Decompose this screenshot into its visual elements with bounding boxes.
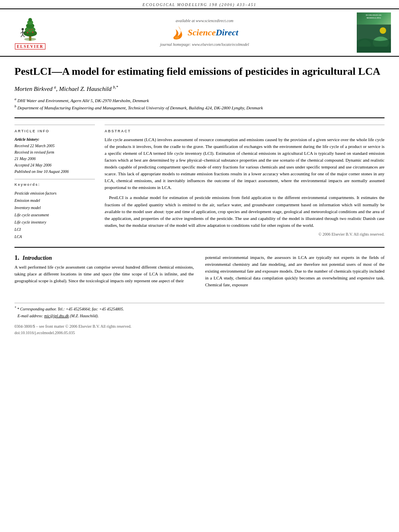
cover-landscape-icon — [357, 25, 391, 53]
doi-line: doi:10.1016/j.ecolmodel.2006.05.035 — [14, 330, 385, 336]
affiliations: a DHI Water and Environment, Agern Allé … — [14, 97, 385, 111]
available-text: available at www.sciencedirect.com — [52, 18, 357, 23]
keyword-2: Emission model — [14, 197, 95, 204]
journal-header: ECOLOGICAL MODELLING 198 (2006) 433–451 — [0, 0, 399, 9]
keyword-6: LCI — [14, 226, 95, 233]
intro-left-col: 1. Introduction A well performed life cy… — [14, 254, 194, 288]
svg-line-12 — [21, 35, 23, 37]
history-label: Article history: — [14, 136, 95, 143]
journal-title: ECOLOGICAL MODELLING 198 (2006) 433–451 — [142, 2, 256, 7]
article-history: Article history: Received 22 March 2005 … — [14, 136, 95, 175]
svg-point-23 — [380, 27, 386, 34]
abstract-paragraph-1: Life cycle assessment (LCA) involves ass… — [105, 136, 385, 191]
svg-line-13 — [23, 35, 25, 37]
affiliation-b: b Department of Manufacturing Engineerin… — [14, 104, 385, 111]
affiliation-a: a DHI Water and Environment, Agern Allé … — [14, 97, 385, 104]
abstract-section: ABSTRACT Life cycle assessment (LCA) inv… — [105, 125, 385, 236]
svg-point-8 — [22, 28, 24, 30]
footnote-star: * * Corresponding author. Tel.: +45 4525… — [14, 306, 385, 312]
intro-right-col: potential environmental impacts, the ass… — [205, 254, 385, 288]
homepage-text: journal homepage: www.elsevier.com/locat… — [52, 42, 357, 47]
received-date: Received 22 March 2005 — [14, 143, 95, 149]
footnotes-area: * * Corresponding author. Tel.: +45 4525… — [14, 303, 385, 319]
svg-point-16 — [29, 29, 30, 31]
abstract-text: Life cycle assessment (LCA) involves ass… — [105, 136, 385, 229]
keywords-section: Keywords: Pesticide emission factors Emi… — [14, 179, 95, 240]
main-content: PestLCI—A model for estimating field emi… — [0, 57, 399, 296]
svg-point-17 — [31, 29, 32, 30]
sciencedirect-logo: ScienceDirect — [52, 25, 357, 40]
accepted-date: Accepted 24 May 2006 — [14, 162, 95, 168]
keyword-5: Life cycle inventory — [14, 219, 95, 226]
footnote-email: E-mail address: mic@ipl.dtu.dk (M.Z. Hau… — [14, 313, 385, 319]
section-heading: Introduction — [23, 255, 52, 261]
main-divider — [14, 117, 385, 118]
left-column: ARTICLE INFO Article history: Received 2… — [14, 125, 95, 240]
keyword-3: Inventory model — [14, 204, 95, 212]
paper-title: PestLCI—A model for estimating field emi… — [14, 65, 385, 78]
sciencedirect-text: ScienceDirect — [188, 27, 239, 38]
intro-paragraph-left: A well performed life cycle assessment c… — [14, 264, 194, 284]
center-info: available at www.sciencedirect.com Scien… — [52, 18, 357, 47]
keywords-list: Pesticide emission factors Emission mode… — [14, 190, 95, 240]
authors: Morten Birkved a, Michael Z. Hauschild b… — [14, 85, 385, 92]
intro-paragraph-right: potential environmental impacts, the ass… — [205, 254, 385, 288]
introduction-section: 1. Introduction A well performed life cy… — [14, 254, 385, 288]
sd-flame-icon — [171, 25, 185, 40]
authors-text: Morten Birkved a, Michael Z. Hauschild b… — [14, 86, 118, 92]
elsevier-logo: ELSEVIER — [8, 16, 52, 49]
svg-point-15 — [32, 31, 34, 33]
cover-title-text: ECOLOGICALMODELLING — [358, 14, 390, 19]
intro-divider — [14, 247, 385, 248]
right-column: ABSTRACT Life cycle assessment (LCA) inv… — [105, 125, 385, 240]
page: ECOLOGICAL MODELLING 198 (2006) 433–451 — [0, 0, 399, 532]
elsevier-tree-icon — [14, 16, 46, 42]
svg-point-18 — [175, 36, 179, 39]
cover-image — [357, 25, 391, 53]
copyright-line: © 2006 Elsevier B.V. All rights reserved… — [105, 232, 385, 236]
revised-label: Received in revised form — [14, 149, 95, 156]
abstract-paragraph-2: PestLCI is a modular model for estimatio… — [105, 194, 385, 228]
section-number: 1. Introduction — [14, 254, 194, 261]
bottom-info: 0304-3800/$ – see front matter © 2006 El… — [0, 323, 399, 340]
svg-point-1 — [24, 37, 36, 40]
keyword-1: Pesticide emission factors — [14, 190, 95, 197]
abstract-label: ABSTRACT — [105, 129, 385, 133]
keyword-7: LCA — [14, 233, 95, 240]
svg-point-14 — [27, 32, 29, 33]
revised-date: 21 May 2006 — [14, 156, 95, 162]
keywords-label: Keywords: — [14, 183, 95, 187]
keyword-4: Life cycle assessment — [14, 212, 95, 219]
issn-line: 0304-3800/$ – see front matter © 2006 El… — [14, 323, 385, 330]
journal-cover: ECOLOGICALMODELLING — [357, 12, 391, 53]
article-abstract-section: ARTICLE INFO Article history: Received 2… — [14, 125, 385, 240]
published-date: Published on line 10 August 2006 — [14, 168, 95, 175]
svg-point-7 — [28, 18, 32, 21]
article-info-label: ARTICLE INFO — [14, 129, 95, 133]
logos-bar: ELSEVIER available at www.sciencedirect.… — [0, 9, 399, 57]
elsevier-label: ELSEVIER — [15, 43, 46, 49]
article-info: ARTICLE INFO Article history: Received 2… — [14, 125, 95, 240]
